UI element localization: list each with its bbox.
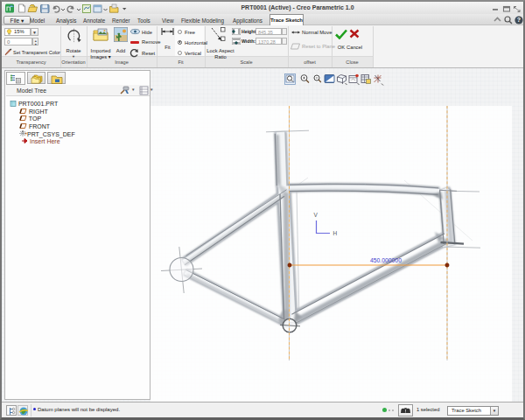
svg-text:450.000000: 450.000000 [370, 257, 402, 263]
svg-text:H: H [333, 230, 338, 236]
svg-text:V: V [314, 212, 318, 218]
